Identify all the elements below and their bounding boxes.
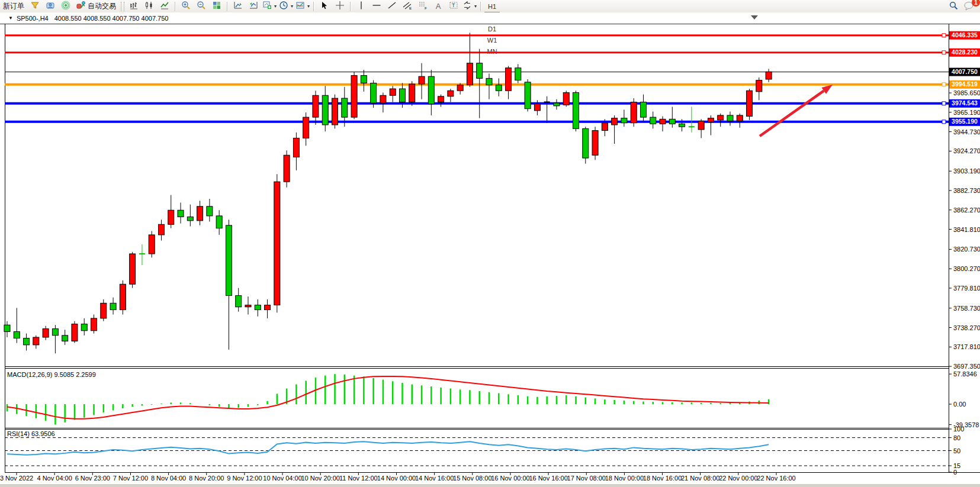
rsi-panel[interactable]: 1008050150 xyxy=(5,425,964,476)
time-axis-label: 22 Nov 16:00 xyxy=(757,475,795,482)
time-axis-label: 7 Nov 12:00 xyxy=(113,475,148,482)
svg-text:3738.270: 3738.270 xyxy=(953,324,980,331)
svg-text:3717.810: 3717.810 xyxy=(953,343,980,350)
svg-text:3758.730: 3758.730 xyxy=(953,305,980,312)
rsi-line xyxy=(7,441,769,455)
chart-frames xyxy=(0,24,980,473)
time-axis-label: 17 Nov 08:00 xyxy=(567,475,606,482)
time-axis-label: 16 Nov 16:00 xyxy=(529,475,567,482)
svg-text:0: 0 xyxy=(953,469,957,476)
svg-text:3779.810: 3779.810 xyxy=(953,285,980,292)
trading-terminal-window: 新订单 自动交易 xyxy=(0,0,980,487)
svg-text:3882.730: 3882.730 xyxy=(953,187,980,194)
price-axis[interactable]: 3985.6503965.1903944.7303924.2703903.190… xyxy=(949,89,980,370)
time-axis-label: 9 Nov 12:00 xyxy=(227,475,262,482)
chart-plot-area[interactable]: 4046.3354028.2304007.7503994.5193974.543… xyxy=(0,0,980,487)
svg-text:3697.350: 3697.350 xyxy=(953,363,980,370)
svg-text:3985.650: 3985.650 xyxy=(953,89,980,96)
hline-end-marker[interactable] xyxy=(942,34,946,37)
time-axis-label: 18 Nov 16:00 xyxy=(643,475,682,482)
svg-text:100: 100 xyxy=(953,425,964,433)
rsi-indicator-label: RSI(14) 63.9506 xyxy=(7,430,55,437)
time-axis[interactable]: 3 Nov 20224 Nov 04:006 Nov 23:007 Nov 12… xyxy=(0,472,796,482)
hline-end-marker[interactable] xyxy=(942,83,946,86)
svg-text:3841.810: 3841.810 xyxy=(953,226,980,233)
time-axis-label: 22 Nov 00:00 xyxy=(719,475,757,482)
hline-end-marker[interactable] xyxy=(942,51,946,54)
svg-text:0.00: 0.00 xyxy=(953,401,966,408)
trend-arrow[interactable] xyxy=(760,85,833,136)
time-axis-label: 10 Nov 20:00 xyxy=(301,475,339,482)
svg-text:50: 50 xyxy=(953,447,960,454)
window-bottom-edge xyxy=(0,484,980,487)
macd-panel[interactable]: 57.83460.00-39.3578 xyxy=(7,370,979,428)
macd-indicator-label: MACD(12,26,9) 9.5085 2.2599 xyxy=(7,371,96,378)
svg-text:3862.270: 3862.270 xyxy=(953,207,980,214)
svg-text:3820.730: 3820.730 xyxy=(953,246,980,253)
svg-text:80: 80 xyxy=(953,434,960,441)
time-axis-label: 3 Nov 2022 xyxy=(0,475,33,482)
macd-signal-line xyxy=(7,376,769,419)
svg-text:4028.230: 4028.230 xyxy=(952,49,978,56)
candles-group xyxy=(4,33,772,353)
svg-text:3800.270: 3800.270 xyxy=(953,265,980,272)
time-axis-label: 15 Nov 08:00 xyxy=(453,475,491,482)
svg-text:3903.190: 3903.190 xyxy=(953,167,980,175)
svg-text:4046.335: 4046.335 xyxy=(952,31,978,38)
time-axis-label: 16 Nov 00:00 xyxy=(491,475,529,482)
time-axis-label: 6 Nov 23:00 xyxy=(75,475,110,482)
svg-text:3944.730: 3944.730 xyxy=(953,128,980,136)
time-axis-label: 11 Nov 12:00 xyxy=(339,475,378,482)
svg-text:4007.750: 4007.750 xyxy=(952,68,978,75)
svg-text:3955.190: 3955.190 xyxy=(952,118,978,125)
hline-end-marker[interactable] xyxy=(942,102,946,105)
svg-text:3965.190: 3965.190 xyxy=(953,109,980,116)
svg-text:3924.270: 3924.270 xyxy=(953,147,980,154)
time-axis-label: 14 Nov 00:00 xyxy=(377,475,416,482)
time-axis-label: 18 Nov 00:00 xyxy=(605,475,644,482)
time-axis-label: 4 Nov 04:00 xyxy=(37,475,72,482)
time-axis-label: 14 Nov 16:00 xyxy=(415,475,454,482)
svg-text:57.8346: 57.8346 xyxy=(953,370,977,378)
svg-text:3974.543: 3974.543 xyxy=(952,99,978,107)
time-axis-label: 8 Nov 04:00 xyxy=(151,475,186,482)
hline-end-marker[interactable] xyxy=(942,120,946,124)
time-axis-label: 21 Nov 08:00 xyxy=(681,475,719,482)
time-axis-label: 8 Nov 20:00 xyxy=(189,475,224,482)
time-axis-label: 10 Nov 04:00 xyxy=(263,475,301,482)
svg-text:3994.519: 3994.519 xyxy=(952,80,978,88)
